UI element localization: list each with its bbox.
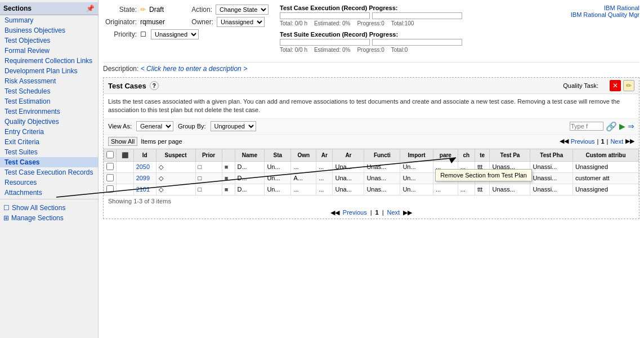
toolbar-row: View As: General Group By: Ungrouped 🔗 ▶… [104,119,639,135]
toolbar-actions: 🔗 ▶ ⇒ [570,121,634,132]
row-check[interactable] [106,174,114,181]
type-filter-input[interactable] [570,122,603,131]
draft-icon: ✏ [140,6,146,14]
page-nav-top: ◀◀ Previous | 1 | Next ▶▶ [560,137,634,145]
sidebar-item-req-collection[interactable]: Requirement Collection Links [0,56,98,66]
table-row: 2099 ◇ □ ■ D... Un... A... ... Una... Un… [104,172,639,184]
row-suspect-3: ◇ [156,184,195,195]
sidebar-item-exit-criteria[interactable]: Exit Criteria [0,137,98,147]
sidebar-item-summary[interactable]: Summary [0,15,98,25]
show-all-label: Show All Sections [12,204,65,212]
suite-bar-1 [280,39,370,46]
col-status: Sta [265,149,291,161]
test-cases-title: Test Cases [108,82,146,90]
row-own-1: ... [291,161,316,172]
row-custom-3: Unassigned [573,184,639,195]
sidebar-item-risk[interactable]: Risk Assessment [0,76,98,86]
group-by-select[interactable]: Ungrouped [211,121,256,131]
section-header: Test Cases ? Quality Task: ✕ ✏ [104,78,639,94]
row-check[interactable] [106,185,114,193]
sidebar-item-dev-plan[interactable]: Development Plan Links [0,66,98,76]
row-suspect-1: ◇ [156,161,195,172]
sidebar-item-quality-objectives[interactable]: Quality Objectives [0,117,98,127]
select-all-checkbox[interactable] [106,151,114,158]
sidebar-item-test-objectives[interactable]: Test Objectives [0,35,98,46]
row-id-link-2[interactable]: 2099 [136,175,150,181]
sidebar-item-estimation[interactable]: Test Estimation [0,96,98,106]
bottom-prev-btn[interactable]: Previous [343,209,367,216]
sidebar-item-test-suites[interactable]: Test Suites [0,147,98,157]
sidebar-pin-icon[interactable]: 📌 [86,5,95,12]
show-all-btn[interactable]: Show All [108,137,137,146]
row-testpha-1: Unassi... [530,161,573,172]
bottom-next-btn[interactable]: Next [387,209,400,216]
remove-section-btn[interactable]: ✕ [610,80,621,91]
owner-label: Owner: [180,18,213,26]
suite-progress: Progress:0 [357,47,384,53]
row-color-2 [117,172,134,184]
help-icon[interactable]: ? [150,81,159,90]
execution-estimated: Estimated: 0% [314,20,350,26]
suite-bar-2 [372,39,462,46]
row-icon-1: ■ [222,161,235,172]
row-id-link-1[interactable]: 2050 [136,163,150,170]
row-checkbox [104,184,117,195]
col-owner: Own [291,149,316,161]
nav-next-icon: ▶▶ [625,137,634,145]
originator-row: Originator: rqmuser Owner: Unassigned [103,17,269,27]
col-color: ⬛ [117,149,134,161]
pagination-top: Show All Items per page ◀◀ Previous | 1 … [104,135,639,149]
owner-select[interactable]: Unassigned [217,17,265,27]
col-testpa: Test Pa [490,149,530,161]
main-content: State: ✏ Draft Action: Change State Orig… [99,0,644,338]
execution-bar-1 [280,12,370,19]
link-icon[interactable]: 🔗 [606,121,617,132]
edit-section-btn[interactable]: ✏ [623,80,634,91]
row-testpha-3: Unassi... [530,184,573,195]
description-row: Description: < Click here to enter a des… [103,63,639,75]
show-all-sections[interactable]: ☐ Show All Sections [3,203,95,213]
suite-total: Total: 0/0 h [280,47,307,53]
sidebar-item-environments[interactable]: Test Environments [0,106,98,117]
checkbox-icon: ☐ [3,204,10,212]
export-icon[interactable]: ⇒ [628,122,634,131]
run-icon[interactable]: ▶ [619,122,625,131]
col-ch: ch [458,149,475,161]
sidebar-item-business-objectives[interactable]: Business Objectives [0,25,98,35]
manage-sections[interactable]: ⊞ Manage Sections [3,213,95,223]
sidebar-item-schedules[interactable]: Test Schedules [0,86,98,96]
view-as-label: View As: [108,123,132,130]
suite-progress-bars [280,39,555,46]
row-id-1: 2050 [133,161,156,172]
state-row: State: ✏ Draft Action: Change State [103,5,269,15]
sidebar-item-attachments[interactable]: Attachments [0,188,98,198]
grid-icon: ⊞ [3,214,9,222]
view-as-select[interactable]: General [136,121,173,131]
row-id-link-3[interactable]: 2101 [136,186,150,193]
sidebar-item-tcer[interactable]: Test Case Execution Records [0,167,98,177]
ibm-rational-link[interactable]: IBM Rational [566,5,639,11]
manage-label: Manage Sections [11,214,64,222]
suite-estimated: Estimated: 0% [314,47,350,53]
priority-select[interactable]: Unassigned [151,29,199,39]
sidebar-item-entry-criteria[interactable]: Entry Criteria [0,127,98,137]
sidebar-item-resources[interactable]: Resources [0,177,98,188]
description-label: Description: [103,65,138,73]
quality-task-label: Quality Task: [563,82,598,89]
row-icon-2: ■ [222,172,235,184]
sidebar-item-test-cases[interactable]: Test Cases [0,157,98,167]
ibm-rational-quality-link[interactable]: IBM Rational Quality Mgr [566,11,639,18]
execution-progress-bars [280,12,555,19]
row-check[interactable] [106,163,114,170]
action-select[interactable]: Change State [216,5,269,15]
row-sta-2: Un... [265,172,291,184]
next-btn[interactable]: Next [610,138,623,145]
header-fields: State: ✏ Draft Action: Change State Orig… [103,5,269,57]
table-row: 2050 ◇ □ ■ D... Un... ... ... Una... Una… [104,161,639,172]
description-placeholder[interactable]: < Click here to enter a description > [141,65,247,73]
sidebar-item-formal-review[interactable]: Formal Review [0,46,98,56]
prev-btn[interactable]: Previous [571,138,595,145]
row-ar2-1: Una... [333,161,364,172]
row-name-3: D... [235,184,265,195]
row-suspect-2: ◇ [156,172,195,184]
